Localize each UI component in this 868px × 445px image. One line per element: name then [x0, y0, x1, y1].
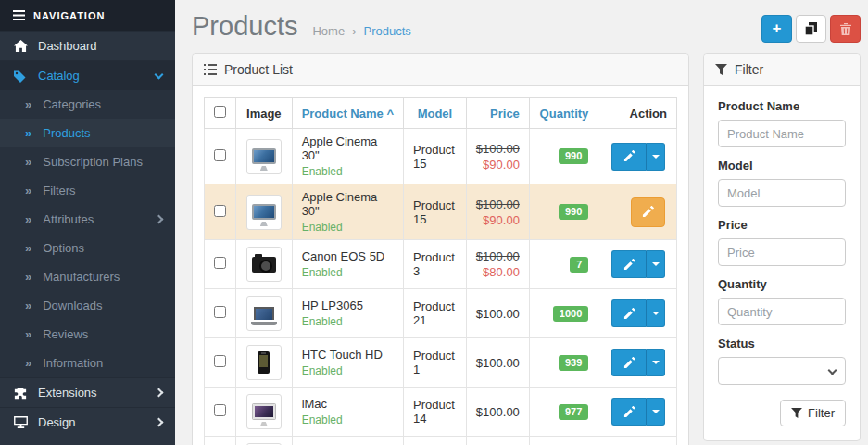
copy-product-button[interactable]	[796, 15, 826, 43]
edit-button[interactable]	[611, 250, 646, 278]
filter-field-label: Price	[718, 218, 846, 232]
edit-button-active[interactable]	[631, 197, 665, 227]
product-name: Apple Cinema 30"	[302, 190, 394, 218]
price-old: $100.00	[476, 197, 520, 211]
main-content: Products Home › Products + Produc	[175, 0, 868, 445]
sidebar-subitem-products[interactable]: » Products	[0, 119, 175, 147]
product-status: Enabled	[302, 221, 394, 234]
filter-body: Product Name Model Price Quantity Status…	[704, 86, 860, 440]
edit-dropdown-button[interactable]	[646, 299, 665, 327]
add-product-button[interactable]: +	[761, 15, 792, 43]
double-angle-icon: »	[25, 241, 31, 255]
product-name: HP LP3065	[302, 299, 394, 312]
row-checkbox[interactable]	[214, 149, 226, 161]
price-special: $90.00	[476, 213, 520, 227]
edit-dropdown-button[interactable]	[646, 349, 665, 376]
filter-input-product-name[interactable]	[718, 120, 846, 147]
edit-button[interactable]	[611, 398, 646, 426]
column-model[interactable]: Model	[418, 107, 453, 121]
sidebar-item-design[interactable]: Design	[0, 407, 175, 437]
price-special: $90.00	[476, 158, 520, 172]
table-row: Apple Cinema 30" Enabled Product 15 $100…	[205, 129, 677, 184]
sidebar-item-catalog[interactable]: Catalog	[0, 60, 175, 90]
double-angle-icon: »	[25, 270, 31, 284]
sidebar-subitem-reviews[interactable]: » Reviews	[0, 320, 175, 349]
quantity-badge: 7	[570, 257, 588, 273]
sidebar-subitem-downloads[interactable]: » Downloads	[0, 291, 175, 320]
status-select[interactable]	[718, 357, 846, 385]
row-checkbox[interactable]	[214, 257, 226, 269]
edit-dropdown-button[interactable]	[646, 250, 665, 278]
product-thumbnail	[246, 195, 282, 230]
caret-down-icon	[652, 262, 660, 266]
breadcrumb: Home › Products	[312, 24, 410, 38]
funnel-icon	[715, 64, 727, 75]
row-checkbox[interactable]	[214, 404, 226, 416]
chevron-right-icon	[155, 418, 164, 427]
pencil-icon	[642, 206, 654, 218]
filter-field-label: Status	[718, 337, 846, 350]
edit-button[interactable]	[611, 299, 646, 327]
sidebar-subitem-filters[interactable]: » Filters	[0, 176, 175, 205]
sidebar-item-label: Catalog	[38, 69, 80, 83]
action-button-group	[611, 299, 665, 327]
sidebar-item-extensions[interactable]: Extensions	[0, 377, 175, 407]
price: $100.00	[476, 405, 520, 419]
edit-dropdown-button[interactable]	[646, 398, 665, 426]
sidebar-header: NAVIGATION	[0, 0, 175, 31]
quantity-badge: 990	[559, 204, 588, 220]
breadcrumb-home[interactable]: Home	[312, 24, 345, 38]
caret-down-icon	[652, 155, 660, 159]
pencil-icon	[623, 308, 635, 320]
sidebar-subitem-categories[interactable]: » Categories	[0, 90, 175, 119]
select-all-checkbox[interactable]	[214, 106, 226, 118]
sidebar-subitem-subscription-plans[interactable]: » Subscription Plans	[0, 147, 175, 176]
row-checkbox[interactable]	[214, 205, 226, 217]
edit-button[interactable]	[611, 349, 646, 376]
caret-down-icon	[652, 410, 660, 413]
edit-dropdown-button[interactable]	[646, 143, 665, 171]
quantity-badge: 939	[559, 355, 588, 371]
column-product-name[interactable]: Product Name ^	[302, 107, 394, 121]
list-icon	[204, 64, 217, 75]
table-row	[205, 437, 677, 445]
filter-field-label: Model	[718, 159, 846, 172]
sidebar-item-dashboard[interactable]: Dashboard	[0, 31, 175, 60]
filter-input-quantity[interactable]	[718, 298, 846, 325]
double-angle-icon: »	[25, 126, 31, 140]
breadcrumb-separator-icon: ›	[352, 24, 356, 38]
row-checkbox[interactable]	[214, 306, 226, 318]
sidebar-subitem-label: Categories	[43, 97, 101, 111]
price-old: $100.00	[476, 142, 520, 156]
sidebar-subitem-label: Options	[43, 241, 84, 255]
sidebar-subitem-label: Information	[43, 356, 103, 370]
header-buttons: +	[761, 15, 861, 43]
filter-title: Filter	[735, 62, 763, 77]
filter-input-price[interactable]	[718, 238, 846, 266]
sidebar-subitem-information[interactable]: » Information	[0, 349, 175, 377]
filter-field: Status	[718, 337, 846, 385]
double-angle-icon: »	[25, 97, 31, 111]
filter-field: Quantity	[718, 277, 846, 325]
product-thumbnail	[246, 394, 282, 429]
row-checkbox[interactable]	[214, 355, 226, 367]
hamburger-icon	[13, 10, 25, 20]
breadcrumb-current[interactable]: Products	[363, 24, 410, 38]
filter-panel: Filter Product Name Model Price Quantity…	[703, 53, 861, 441]
product-name: Apple Cinema 30"	[302, 134, 394, 162]
product-status: Enabled	[302, 413, 394, 426]
sidebar-subitem-options[interactable]: » Options	[0, 234, 175, 262]
product-list-body: Image Product Name ^ Model Price Quantit…	[193, 86, 688, 445]
chevron-down-icon	[155, 70, 164, 79]
column-action: Action	[598, 98, 677, 129]
sidebar-subitem-manufacturers[interactable]: » Manufacturers	[0, 262, 175, 291]
edit-button[interactable]	[611, 143, 646, 171]
product-status: Enabled	[302, 165, 394, 178]
filter-input-model[interactable]	[718, 179, 846, 207]
column-quantity[interactable]: Quantity	[540, 107, 589, 121]
sidebar-subitem-attributes[interactable]: » Attributes	[0, 205, 175, 234]
column-price[interactable]: Price	[490, 107, 520, 121]
filter-button[interactable]: Filter	[780, 400, 846, 426]
delete-product-button[interactable]	[830, 15, 861, 43]
funnel-icon	[791, 408, 802, 418]
